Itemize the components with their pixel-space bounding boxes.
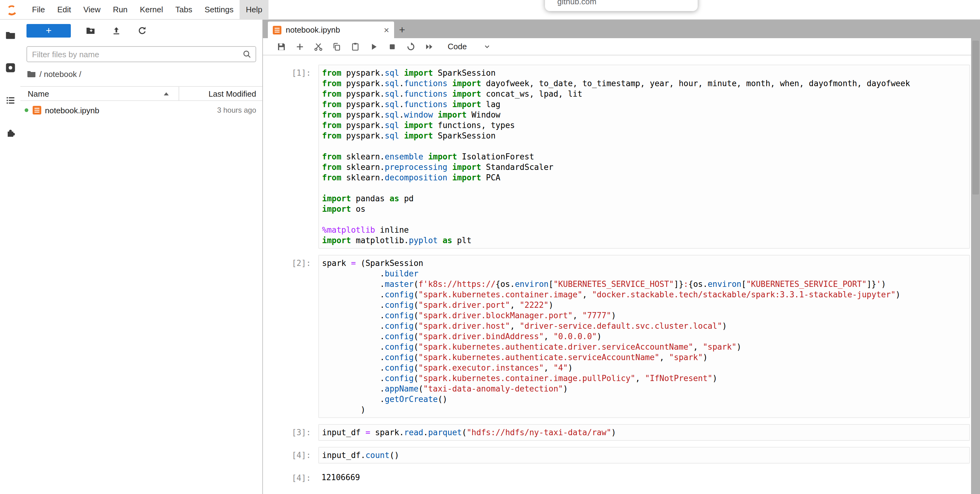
menu-file[interactable]: File [26, 0, 51, 19]
close-icon[interactable]: × [383, 25, 389, 35]
main-menu: File Edit View Run Kernel Tabs Settings … [26, 0, 269, 19]
code-cell: [4]:input_df.count() [263, 447, 971, 464]
menu-view[interactable]: View [77, 0, 107, 19]
upload-icon[interactable] [111, 26, 121, 36]
column-header-last-modified[interactable]: Last Modified [179, 89, 262, 98]
popup-site-label: github.com [557, 0, 597, 6]
tab-title: notebook.ipynb [286, 25, 340, 35]
file-browser-icon[interactable] [4, 29, 16, 41]
cell-editor[interactable]: input_df.count() [318, 447, 969, 464]
code-cell: [3]:input_df = spark.read.parquet("hdfs:… [263, 424, 971, 441]
table-of-contents-icon[interactable] [4, 94, 16, 106]
running-kernels-icon[interactable] [4, 62, 16, 74]
copy-icon[interactable] [332, 41, 342, 51]
cell-type-label: Code [448, 42, 467, 51]
notebook-cells: [1]:from pyspark.sql import SparkSession… [263, 56, 971, 494]
tab-bar: notebook.ipynb × + [263, 20, 971, 38]
cell-output: [4]:12106669 [263, 470, 971, 485]
cell-input-prompt: [4]: [263, 447, 318, 464]
new-tab-button[interactable]: + [394, 22, 410, 38]
refresh-icon[interactable] [137, 26, 147, 36]
notebook-file-icon [33, 106, 41, 114]
notebook-tab-icon [273, 25, 282, 34]
cell-editor[interactable]: spark = (SparkSession .builder .master(f… [318, 255, 969, 418]
folder-icon [27, 69, 36, 79]
main-dock-panel: notebook.ipynb × + [263, 20, 971, 494]
add-cell-icon[interactable] [295, 41, 305, 51]
run-icon[interactable] [369, 41, 379, 51]
cell-input-prompt: [1]: [263, 65, 318, 249]
search-icon [242, 49, 252, 59]
menu-edit[interactable]: Edit [51, 0, 77, 19]
file-browser-panel: + / notebook / Name L [20, 20, 263, 494]
cell-editor[interactable]: from pyspark.sql import SparkSession fro… [318, 65, 969, 249]
restart-icon[interactable] [406, 41, 416, 51]
tab-notebook[interactable]: notebook.ipynb × [268, 22, 394, 38]
file-filter-input[interactable] [27, 46, 256, 62]
breadcrumb[interactable]: / notebook / [20, 69, 262, 79]
cut-icon[interactable] [313, 41, 323, 51]
code-cell: [1]:from pyspark.sql import SparkSession… [263, 65, 971, 249]
cell-output-text: 12106669 [318, 470, 365, 485]
name-column-label: Name [28, 89, 49, 98]
browser-popup: github.com [545, 0, 698, 11]
save-icon[interactable] [277, 41, 286, 51]
scrollbar-thumb[interactable] [972, 41, 979, 195]
sort-ascending-icon [164, 92, 169, 95]
new-folder-icon[interactable] [86, 26, 95, 36]
breadcrumb-path[interactable]: / notebook / [40, 69, 81, 78]
file-filter [27, 46, 256, 62]
cell-output-prompt: [4]: [263, 470, 318, 485]
menu-help[interactable]: Help [240, 0, 269, 19]
file-row[interactable]: notebook.ipynb 3 hours ago [20, 103, 262, 118]
scrollbar[interactable] [971, 20, 980, 494]
fast-forward-icon[interactable] [424, 41, 434, 51]
file-name: notebook.ipynb [45, 106, 99, 115]
activity-bar [0, 20, 20, 494]
notebook-scroll-area[interactable]: [1]:from pyspark.sql import SparkSession… [263, 56, 971, 494]
kernel-running-dot [25, 108, 28, 112]
cell-editor[interactable]: input_df = spark.read.parquet("hdfs://hd… [318, 424, 969, 441]
extensions-icon[interactable] [4, 127, 16, 139]
jupyter-logo-icon [5, 3, 19, 16]
menu-settings[interactable]: Settings [198, 0, 240, 19]
column-header-name[interactable]: Name [20, 87, 179, 100]
jupyterlab-window: File Edit View Run Kernel Tabs Settings … [0, 0, 980, 494]
menu-bar: File Edit View Run Kernel Tabs Settings … [0, 0, 980, 20]
file-browser-toolbar: + [20, 20, 262, 38]
cell-input-prompt: [3]: [263, 424, 318, 441]
cell-type-dropdown[interactable]: Code [448, 42, 492, 51]
paste-icon[interactable] [350, 41, 360, 51]
cell-input-prompt: [2]: [263, 255, 318, 418]
file-list-header: Name Last Modified [20, 86, 262, 101]
menu-kernel[interactable]: Kernel [134, 0, 169, 19]
menu-tabs[interactable]: Tabs [169, 0, 199, 19]
notebook-toolbar: Code [263, 38, 971, 56]
code-cell: [2]:spark = (SparkSession .builder .mast… [263, 255, 971, 418]
file-last-modified: 3 hours ago [217, 106, 262, 114]
new-launcher-button[interactable]: + [27, 24, 71, 38]
stop-icon[interactable] [387, 41, 397, 51]
chevron-down-icon [483, 42, 492, 51]
menu-run[interactable]: Run [107, 0, 134, 19]
